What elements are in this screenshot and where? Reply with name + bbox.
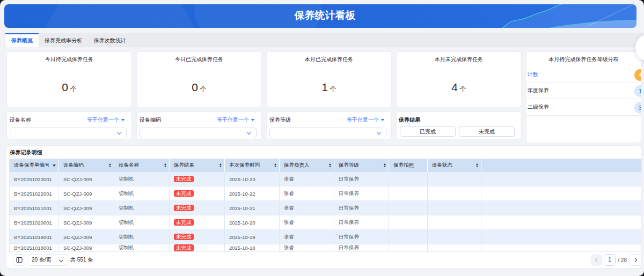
page-size-select[interactable]: 20 条/页 [27, 254, 68, 266]
sort-icon[interactable] [219, 163, 222, 168]
table-row[interactable]: BY20251021001SC-QZJ-009切制机未完成2025-10-21张… [10, 201, 642, 215]
table-cell [389, 215, 428, 230]
column-header[interactable]: 本次保养时间 [225, 159, 280, 172]
filter-operator[interactable]: 等于任意一个 [347, 116, 384, 124]
next-page-button[interactable] [630, 254, 642, 266]
table-cell: 未完成 [170, 187, 225, 201]
table-cell: 切制机 [114, 230, 170, 244]
distribution-label: 年度保养 [528, 87, 549, 94]
stat-unit: 个 [460, 85, 466, 94]
table-cell [428, 187, 481, 201]
result-undone-button[interactable]: 未完成 [459, 126, 515, 137]
stat-line: 4个 [451, 81, 466, 94]
sort-icon[interactable] [274, 163, 276, 168]
stat-card-today-pending: 今日待完成保养任务 0个 [6, 51, 132, 107]
table-row[interactable]: BY20251019001SC-QZJ-009切制机未完成2025-10-19张… [10, 230, 642, 244]
column-header[interactable]: 设备编码 [59, 159, 114, 172]
page-size-label: 20 条/页 [32, 257, 52, 263]
distribution-label: 计数 [528, 71, 538, 78]
table-cell: 切制机 [114, 187, 170, 201]
table-cell: 2025-10-23 [225, 172, 280, 187]
filter-caret-icon[interactable] [53, 165, 56, 167]
prev-page-button[interactable] [591, 254, 602, 266]
table-row[interactable]: BY20251023001SC-QZJ-009切制机未完成2025-10-23张… [10, 172, 642, 187]
sort-icon[interactable] [384, 163, 386, 168]
table-cell: BY20251022001 [10, 187, 59, 201]
status-badge: 未完成 [174, 244, 194, 251]
current-page-input[interactable]: 1 [604, 254, 616, 266]
column-header[interactable]: 设备保养单编号 [10, 159, 59, 172]
sort-icon[interactable] [329, 163, 331, 168]
column-header[interactable]: 保养结果 [170, 159, 225, 172]
tab-completion-rate-analysis[interactable]: 保养完成率分析 [39, 33, 88, 47]
stat-unit: 个 [70, 85, 77, 94]
table-cell [481, 215, 642, 230]
caret-down-icon [381, 119, 384, 121]
table-cell: 张睿 [280, 201, 334, 215]
device-name-select[interactable] [10, 128, 127, 138]
table-cell: 2025-10-22 [225, 187, 280, 201]
table-cell: SC-QZJ-009 [59, 230, 114, 244]
sort-icon[interactable] [109, 163, 111, 168]
table-row[interactable]: BY20251018001SC-QZJ-009切制机未完成2025-10-18张… [10, 244, 642, 252]
filter-operator[interactable]: 等于任意一个 [217, 116, 254, 124]
table-footer: 20 条/页 共 551 条 1 / 28 [9, 251, 642, 268]
column-label: 保养结果 [174, 162, 194, 169]
column-header[interactable]: 保养等级 [334, 159, 389, 172]
stat-number: 0 [62, 81, 68, 94]
column-settings-button[interactable] [13, 254, 25, 266]
table-cell [428, 215, 481, 230]
filter-head: 设备编码 等于任意一个 [137, 112, 261, 124]
filter-card-maintenance-level: 保养等级 等于任意一个 [266, 111, 392, 139]
count-badge: 3 [634, 102, 641, 114]
filter-operator-label: 等于任意一个 [347, 116, 379, 124]
table-header: 设备保养单编号设备编码设备名称保养结果本次保养时间保养负责人保养等级保养拍照设备… [10, 159, 642, 172]
table-row[interactable]: BY20251020001SC-QZJ-009切制机未完成2025-10-20张… [10, 215, 642, 230]
column-header[interactable]: 保养负责人 [280, 159, 334, 172]
distribution-row-count[interactable]: 计数 4 [526, 66, 641, 83]
stat-card-today-done: 今日已完成保养任务 0个 [136, 51, 262, 107]
stat-unit: 个 [200, 85, 207, 94]
maintenance-level-select[interactable] [269, 128, 386, 138]
tab-maintenance-overview[interactable]: 保养概览 [5, 33, 39, 47]
distribution-panel: 本月待完成保养任务等级分布 计数 4 年度保养 1 二级保养 3 [526, 51, 641, 143]
result-done-button[interactable]: 已完成 [400, 126, 456, 137]
table-cell [389, 201, 428, 215]
table-cell: 2025-10-18 [225, 244, 280, 252]
device-code-select[interactable] [140, 128, 257, 138]
chevron-down-icon [59, 257, 63, 262]
tab-maintenance-count-stats[interactable]: 保养次数统计 [88, 33, 132, 47]
count-badge: 1 [634, 85, 641, 97]
column-label: 设备保养单编号 [14, 162, 50, 169]
distribution-row-level2[interactable]: 二级保养 3 [526, 99, 641, 116]
result-buttons: 已完成 未完成 [400, 126, 521, 137]
sort-icon[interactable] [476, 163, 478, 168]
table-cell: 未完成 [170, 201, 225, 215]
column-header[interactable]: 保养拍照 [389, 159, 428, 172]
filter-operator[interactable]: 等于任意一个 [87, 116, 125, 124]
table-cell: BY20251020001 [10, 215, 59, 230]
chevron-down-icon [117, 130, 121, 135]
filter-label: 保养等级 [269, 116, 291, 124]
table-cell: 张睿 [280, 215, 334, 230]
stat-unit: 个 [330, 85, 336, 94]
column-label: 设备状态 [432, 162, 452, 169]
table-cell [428, 201, 481, 215]
sort-icon[interactable] [164, 163, 166, 168]
table-cell [481, 244, 642, 252]
distribution-row-annual[interactable]: 年度保养 1 [526, 83, 641, 100]
column-label: 设备名称 [119, 162, 139, 169]
column-header[interactable]: 设备名称 [114, 159, 170, 172]
column-header[interactable]: 设备状态 [428, 159, 481, 172]
table-row[interactable]: BY20251022001SC-QZJ-009切制机未完成2025-10-22张… [10, 187, 642, 201]
filter-head: 设备名称 等于任意一个 [7, 112, 131, 124]
status-badge: 未完成 [174, 234, 194, 241]
column-label: 保养负责人 [284, 162, 310, 169]
table-cell: SC-QZJ-009 [59, 215, 114, 230]
filter-card-device-code: 设备编码 等于任意一个 [136, 111, 262, 139]
table-cell: BY20251021001 [10, 201, 59, 215]
table-cell: SC-QZJ-009 [59, 244, 114, 252]
column-label: 本次保养时间 [229, 162, 260, 169]
distribution-label: 二级保养 [528, 103, 549, 111]
stat-title: 本月已完成保养任务 [267, 56, 391, 63]
